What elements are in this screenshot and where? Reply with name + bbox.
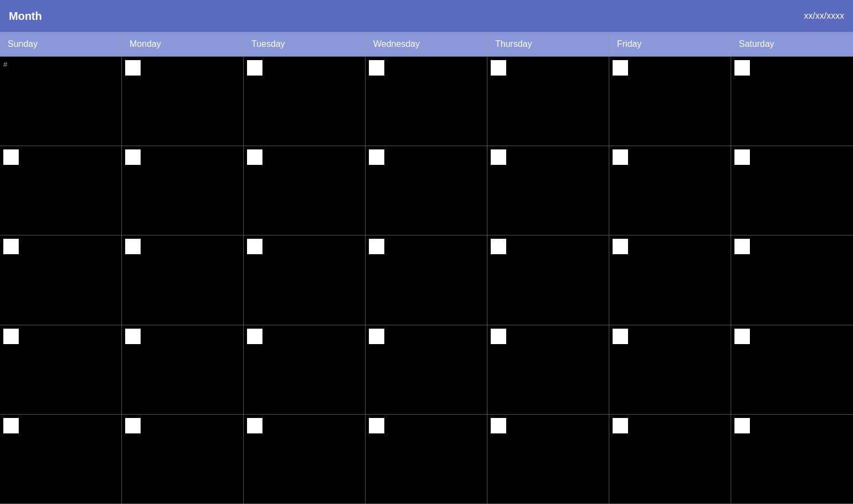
calendar-cell[interactable] [244,146,366,235]
calendar-cell[interactable] [487,57,609,146]
day-saturday: Saturday [731,32,853,56]
calendar-cell[interactable] [122,235,244,325]
cell-date-number [247,418,262,433]
cell-date-number [491,329,506,344]
calendar-cell[interactable] [244,57,366,146]
calendar-cell[interactable] [366,146,487,235]
calendar-date: xx/xx/xxxx [804,11,844,21]
calendar-cell[interactable] [366,415,487,504]
calendar-cell[interactable] [731,415,853,504]
cell-date-number [247,149,262,165]
calendar: Month xx/xx/xxxx Sunday Monday Tuesday W… [0,0,853,504]
calendar-cell[interactable] [609,235,731,325]
day-thursday: Thursday [487,32,609,56]
cell-date-number [125,149,141,165]
calendar-header: Month xx/xx/xxxx [0,0,853,32]
day-monday: Monday [122,32,244,56]
cell-date-number [613,239,628,254]
week-number: # [3,60,7,68]
calendar-grid: # [0,56,853,504]
calendar-cell[interactable] [366,235,487,325]
cell-date-number [369,418,384,433]
calendar-cell[interactable] [244,235,366,325]
calendar-cell[interactable] [609,57,731,146]
cell-date-number [491,60,506,76]
cell-date-number [247,329,262,344]
calendar-cell[interactable] [487,325,609,415]
cell-date-number [613,60,628,76]
cell-date-number [3,149,19,165]
calendar-cell[interactable] [366,57,487,146]
calendar-cell[interactable]: # [0,57,122,146]
days-header: Sunday Monday Tuesday Wednesday Thursday… [0,32,853,56]
calendar-cell[interactable] [0,325,122,415]
calendar-cell[interactable] [122,146,244,235]
calendar-cell[interactable] [244,415,366,504]
cell-date-number [369,149,384,165]
calendar-title: Month [9,10,42,23]
day-tuesday: Tuesday [244,32,366,56]
cell-date-number [613,149,628,165]
cell-date-number [734,239,750,254]
calendar-cell[interactable] [731,57,853,146]
cell-date-number [125,60,141,76]
calendar-cell[interactable] [609,415,731,504]
cell-date-number [491,149,506,165]
cell-date-number [369,329,384,344]
day-friday: Friday [609,32,731,56]
calendar-cell[interactable] [122,57,244,146]
cell-date-number [3,418,19,433]
cell-date-number [247,239,262,254]
calendar-cell[interactable] [0,235,122,325]
calendar-cell[interactable] [122,415,244,504]
cell-date-number [3,239,19,254]
cell-date-number [125,329,141,344]
calendar-cell[interactable] [609,325,731,415]
calendar-cell[interactable] [731,325,853,415]
cell-date-number [734,329,750,344]
cell-date-number [613,418,628,433]
cell-date-number [369,239,384,254]
day-sunday: Sunday [0,32,122,56]
cell-date-number [369,60,384,76]
cell-date-number [125,239,141,254]
calendar-cell[interactable] [0,415,122,504]
calendar-cell[interactable] [487,146,609,235]
calendar-cell[interactable] [609,146,731,235]
calendar-cell[interactable] [366,325,487,415]
cell-date-number [613,329,628,344]
cell-date-number [3,329,19,344]
day-wednesday: Wednesday [366,32,487,56]
cell-date-number [491,418,506,433]
cell-date-number [734,60,750,76]
calendar-cell[interactable] [122,325,244,415]
calendar-cell[interactable] [487,235,609,325]
cell-date-number [125,418,141,433]
cell-date-number [491,239,506,254]
calendar-cell[interactable] [244,325,366,415]
calendar-cell[interactable] [487,415,609,504]
cell-date-number [247,60,262,76]
cell-date-number [734,149,750,165]
calendar-cell[interactable] [0,146,122,235]
calendar-cell[interactable] [731,146,853,235]
calendar-cell[interactable] [731,235,853,325]
cell-date-number [734,418,750,433]
